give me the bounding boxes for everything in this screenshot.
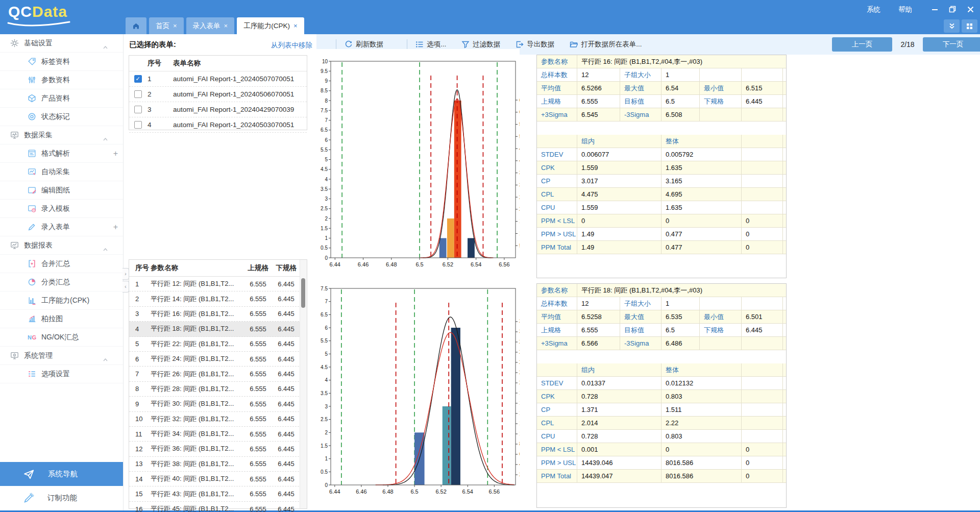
form-checkbox[interactable] <box>134 121 142 129</box>
form-row-name: automi_FAI Report-1_20240507070051 <box>173 75 307 83</box>
next-page-button[interactable]: 下一页 <box>923 37 980 52</box>
expand-panel-handle[interactable]: › <box>122 268 129 280</box>
sidebar-item-doc-parse[interactable]: 格式解析+ <box>0 144 123 163</box>
sidebar-item-edit-drawing[interactable]: 编辑图纸 <box>0 181 123 200</box>
sidebar-item-ng-ok[interactable]: NGNG/OK汇总 <box>0 328 123 347</box>
stat-value-within: 1.49 <box>577 241 662 254</box>
sidebar-item-pareto[interactable]: 柏拉图 <box>0 310 123 328</box>
tab-shouye[interactable]: 首页× <box>149 17 184 34</box>
toolbar-separator <box>336 39 336 50</box>
row-pad <box>783 417 787 430</box>
form-row[interactable]: ✓1automi_FAI Report-1_20240507070051 <box>129 71 307 87</box>
tab-home[interactable] <box>126 17 146 34</box>
tab-cpk-active[interactable]: 工序能力(CPK)× <box>237 17 304 34</box>
sidebar-item-pencil[interactable]: 录入表单+ <box>0 218 123 236</box>
stat-value-overall: 0.477 <box>662 241 742 254</box>
param-row[interactable]: 13平行距 38: 间距 (B1,B1,T2...6.5556.445 <box>129 457 307 472</box>
menu-help[interactable]: 帮助 <box>898 5 912 14</box>
toolbar-button-filter[interactable]: 过滤数据 <box>461 40 500 49</box>
param-row[interactable]: 4平行距 18: 间距 (B1,B1,T2...6.5556.445 <box>129 322 307 336</box>
param-row[interactable]: 5平行距 22: 间距 (B1,B1,T2...6.5556.445 <box>129 337 307 352</box>
chevron-up-icon[interactable] <box>103 134 108 143</box>
param-row-number: 7 <box>129 370 151 378</box>
sidebar-item-pie[interactable]: 分类汇总 <box>0 273 123 291</box>
param-row[interactable]: 8平行距 28: 间距 (B1,B1,T2...6.5556.445 <box>129 382 307 397</box>
form-row[interactable]: 2automi_FAI Report-1_20240506070051 <box>129 87 307 102</box>
collapse-tabs-button[interactable] <box>944 19 960 33</box>
tab-luru-biaodan[interactable]: 录入表单× <box>186 17 235 34</box>
param-row[interactable]: 11平行距 34: 间距 (B1,B1,T2...6.5556.445 <box>129 427 307 442</box>
add-icon[interactable]: + <box>113 150 118 158</box>
remove-from-list-link[interactable]: 从列表中移除 <box>271 41 312 50</box>
stat-label: CPU <box>537 430 577 443</box>
summary-value: 1 <box>662 68 700 82</box>
sidebar-item-sliders[interactable]: 参数资料 <box>0 71 123 89</box>
sidebar-item-cpk-bars[interactable]: 工序能力(CPK) <box>0 291 123 310</box>
sidebar-section-monitor-chart[interactable]: 数据报表 <box>0 236 123 255</box>
custom-functions-button[interactable]: 订制功能 <box>0 486 123 510</box>
param-row[interactable]: 9平行距 30: 间距 (B1,B1,T2...6.5556.445 <box>129 397 307 411</box>
toolbar-button-open-form[interactable]: 打开数据所在表单... <box>570 40 642 49</box>
sidebar-section-gear[interactable]: 基础设置 <box>0 34 123 53</box>
param-row-name: 平行距 24: 间距 (B1,B1,T2... <box>151 354 243 363</box>
menu-system[interactable]: 系统 <box>867 5 880 14</box>
form-checkbox[interactable]: ✓ <box>134 75 142 83</box>
sidebar-item-merge[interactable]: 合并汇总 <box>0 255 123 273</box>
close-button[interactable] <box>964 4 977 14</box>
param-row[interactable]: 7平行距 26: 间距 (B1,B1,T2...6.5556.445 <box>129 367 307 381</box>
stat-label: CP <box>537 175 577 188</box>
sidebar-item-target[interactable]: 状态标记 <box>0 108 123 126</box>
row-pad <box>783 201 787 214</box>
toolbar-button-export[interactable]: 导出数据 <box>516 40 554 49</box>
restore-button[interactable] <box>946 4 959 14</box>
summary-label: -3Sigma <box>620 108 662 121</box>
selected-forms-table: 序号 表单名称 ✓1automi_FAI Report-1_2024050707… <box>129 55 307 130</box>
param-row[interactable]: 14平行距 40: 间距 (B1,B1,T2...6.5556.445 <box>129 472 307 486</box>
sidebar-section-monitor-gear[interactable]: 系统管理 <box>0 347 123 365</box>
param-row[interactable]: 12平行距 36: 间距 (B1,B1,T2...6.5556.445 <box>129 442 307 456</box>
sidebar-item-option-list[interactable]: 选项设置 <box>0 365 123 383</box>
summary-value: 6.486 <box>662 337 700 350</box>
sidebar-item-template[interactable]: 录入模板 <box>0 200 123 218</box>
summary-value: 6.5266 <box>577 82 620 95</box>
form-checkbox[interactable] <box>134 90 142 98</box>
param-name-label: 参数名称 <box>537 55 577 68</box>
tab-close-icon[interactable]: × <box>224 22 228 30</box>
system-nav-button[interactable]: 系统导航 <box>0 462 123 486</box>
tab-close-icon[interactable]: × <box>293 22 298 30</box>
param-row[interactable]: 15平行距 43: 间距 (B1,B1,T2...6.5556.445 <box>129 486 307 501</box>
prev-page-button[interactable]: 上一页 <box>832 37 892 52</box>
sidebar-item-tag[interactable]: 标签资料 <box>0 53 123 71</box>
stat-label: STDEV <box>537 377 577 390</box>
add-icon[interactable]: + <box>113 223 118 231</box>
param-row[interactable]: 16平行距 45: 间距 (B1,B1,T2...6.5556.445 <box>129 502 307 512</box>
param-row-usl: 6.555 <box>243 385 273 393</box>
sidebar-item-cube[interactable]: 产品资料 <box>0 89 123 108</box>
toolbar-button-options[interactable]: 选项... <box>415 40 446 49</box>
tab-list-button[interactable] <box>962 19 977 33</box>
collapse-panel-handle[interactable]: ‹ <box>122 281 129 292</box>
form-row[interactable]: 4automi_FAI Report-1_20240503070051 <box>129 117 307 133</box>
scrollbar-thumb[interactable] <box>301 278 305 308</box>
chevron-up-icon[interactable] <box>103 244 108 253</box>
params-scrollbar[interactable] <box>300 260 307 508</box>
tab-close-icon[interactable]: × <box>173 22 177 30</box>
param-row[interactable]: 10平行距 32: 间距 (B1,B1,T2...6.5556.445 <box>129 412 307 427</box>
param-row[interactable]: 3平行距 16: 间距 (B1,B1,T2...6.5556.445 <box>129 307 307 322</box>
stat-label: PPM < LSL <box>537 214 577 228</box>
chevron-up-icon[interactable] <box>103 354 108 363</box>
summary-value: 1 <box>662 297 700 310</box>
minimize-button[interactable] <box>928 4 941 14</box>
summary-value: 6.555 <box>577 95 620 108</box>
param-row[interactable]: 6平行距 24: 间距 (B1,B1,T2...6.5556.445 <box>129 352 307 367</box>
form-row[interactable]: 3automi_FAI Report-1_20240429070039 <box>129 102 307 117</box>
param-row[interactable]: 1平行距 12: 间距 (B1,B1,T2...6.5556.445 <box>129 277 307 291</box>
forms-table-header: 序号 表单名称 <box>129 56 307 71</box>
sidebar-section-monitor-wave[interactable]: 数据采集 <box>0 126 123 144</box>
param-row[interactable]: 2平行距 14: 间距 (B1,B1,T2...6.5556.445 <box>129 291 307 306</box>
form-row-name: automi_FAI Report-1_20240506070051 <box>173 90 307 98</box>
toolbar-button-refresh[interactable]: 刷新数据 <box>345 40 383 49</box>
form-checkbox[interactable] <box>134 106 142 113</box>
sidebar-item-auto-collect[interactable]: 自动采集 <box>0 163 123 181</box>
chevron-up-icon[interactable] <box>103 42 108 51</box>
